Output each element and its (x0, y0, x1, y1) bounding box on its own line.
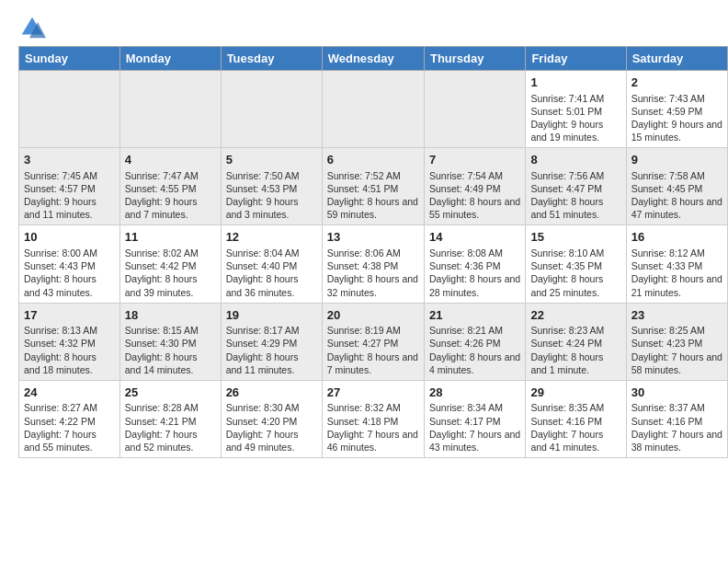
calendar-cell: 10 Sunrise: 8:00 AMSunset: 4:43 PMDaylig… (19, 225, 120, 303)
calendar-cell: 6 Sunrise: 7:52 AMSunset: 4:51 PMDayligh… (322, 148, 424, 225)
calendar-cell: 15 Sunrise: 8:10 AMSunset: 4:35 PMDaylig… (526, 225, 626, 303)
calendar-cell: 29 Sunrise: 8:35 AMSunset: 4:16 PMDaylig… (526, 380, 626, 457)
calendar-cell: 26 Sunrise: 8:30 AMSunset: 4:20 PMDaylig… (221, 380, 322, 457)
day-detail: Sunrise: 8:30 AMSunset: 4:20 PMDaylight:… (226, 402, 300, 453)
calendar-cell: 7 Sunrise: 7:54 AMSunset: 4:49 PMDayligh… (424, 148, 525, 225)
logo-icon (18, 14, 46, 41)
header-day-monday: Monday (119, 47, 221, 71)
day-detail: Sunrise: 8:08 AMSunset: 4:36 PMDaylight:… (429, 247, 520, 298)
day-detail: Sunrise: 8:19 AMSunset: 4:27 PMDaylight:… (327, 325, 418, 375)
calendar-cell: 21 Sunrise: 8:21 AMSunset: 4:26 PMDaylig… (424, 303, 525, 380)
day-number: 21 (429, 307, 520, 324)
header-day-sunday: Sunday (19, 47, 120, 71)
calendar-cell: 5 Sunrise: 7:50 AMSunset: 4:53 PMDayligh… (221, 148, 322, 225)
calendar-cell: 16 Sunrise: 8:12 AMSunset: 4:33 PMDaylig… (626, 225, 727, 303)
day-detail: Sunrise: 8:34 AMSunset: 4:17 PMDaylight:… (429, 402, 520, 453)
calendar-cell: 13 Sunrise: 8:06 AMSunset: 4:38 PMDaylig… (322, 225, 424, 303)
day-detail: Sunrise: 8:28 AMSunset: 4:21 PMDaylight:… (125, 402, 199, 453)
day-detail: Sunrise: 8:17 AMSunset: 4:29 PMDaylight:… (226, 325, 300, 375)
day-number: 3 (24, 152, 115, 168)
calendar-week-5: 24 Sunrise: 8:27 AMSunset: 4:22 PMDaylig… (19, 380, 728, 457)
day-detail: Sunrise: 8:15 AMSunset: 4:30 PMDaylight:… (125, 325, 199, 375)
calendar-cell: 11 Sunrise: 8:02 AMSunset: 4:42 PMDaylig… (119, 225, 221, 303)
calendar-week-1: 1 Sunrise: 7:41 AMSunset: 5:01 PMDayligh… (19, 71, 728, 148)
day-number: 27 (327, 385, 419, 401)
day-detail: Sunrise: 8:06 AMSunset: 4:38 PMDaylight:… (327, 247, 418, 298)
day-detail: Sunrise: 8:32 AMSunset: 4:18 PMDaylight:… (327, 402, 418, 453)
calendar-cell: 2 Sunrise: 7:43 AMSunset: 4:59 PMDayligh… (626, 71, 727, 148)
calendar-cell (322, 71, 424, 148)
calendar-cell: 9 Sunrise: 7:58 AMSunset: 4:45 PMDayligh… (626, 148, 727, 225)
header-row: SundayMondayTuesdayWednesdayThursdayFrid… (19, 47, 728, 71)
day-number: 8 (530, 152, 620, 168)
calendar-week-4: 17 Sunrise: 8:13 AMSunset: 4:32 PMDaylig… (19, 303, 728, 380)
day-number: 15 (530, 229, 620, 246)
header-day-saturday: Saturday (626, 47, 727, 71)
day-detail: Sunrise: 8:27 AMSunset: 4:22 PMDaylight:… (24, 402, 97, 453)
day-number: 22 (530, 307, 620, 324)
header-day-wednesday: Wednesday (322, 47, 424, 71)
day-number: 29 (530, 385, 620, 401)
day-number: 16 (631, 229, 722, 246)
calendar-cell: 1 Sunrise: 7:41 AMSunset: 5:01 PMDayligh… (526, 71, 626, 148)
day-detail: Sunrise: 7:52 AMSunset: 4:51 PMDaylight:… (327, 170, 418, 221)
day-number: 24 (24, 385, 115, 401)
calendar-cell: 24 Sunrise: 8:27 AMSunset: 4:22 PMDaylig… (19, 380, 120, 457)
day-number: 19 (226, 307, 317, 324)
calendar-week-3: 10 Sunrise: 8:00 AMSunset: 4:43 PMDaylig… (19, 225, 728, 303)
day-detail: Sunrise: 7:47 AMSunset: 4:55 PMDaylight:… (125, 170, 199, 221)
day-number: 20 (327, 307, 419, 324)
day-number: 10 (24, 229, 115, 246)
calendar-cell: 28 Sunrise: 8:34 AMSunset: 4:17 PMDaylig… (424, 380, 525, 457)
day-detail: Sunrise: 8:35 AMSunset: 4:16 PMDaylight:… (530, 402, 604, 453)
calendar-cell: 14 Sunrise: 8:08 AMSunset: 4:36 PMDaylig… (424, 225, 525, 303)
day-number: 5 (226, 152, 317, 168)
day-detail: Sunrise: 8:00 AMSunset: 4:43 PMDaylight:… (24, 247, 97, 298)
day-number: 11 (125, 229, 216, 246)
calendar-header: SundayMondayTuesdayWednesdayThursdayFrid… (19, 47, 728, 71)
day-number: 9 (631, 152, 722, 168)
day-number: 1 (530, 75, 620, 91)
day-detail: Sunrise: 8:10 AMSunset: 4:35 PMDaylight:… (530, 247, 604, 298)
day-detail: Sunrise: 8:12 AMSunset: 4:33 PMDaylight:… (631, 247, 722, 298)
calendar-cell: 17 Sunrise: 8:13 AMSunset: 4:32 PMDaylig… (19, 303, 120, 380)
logo (18, 14, 51, 41)
calendar-cell: 4 Sunrise: 7:47 AMSunset: 4:55 PMDayligh… (119, 148, 221, 225)
calendar-body: 1 Sunrise: 7:41 AMSunset: 5:01 PMDayligh… (19, 71, 728, 458)
day-number: 13 (327, 229, 419, 246)
day-number: 28 (429, 385, 520, 401)
day-detail: Sunrise: 8:23 AMSunset: 4:24 PMDaylight:… (530, 325, 604, 375)
day-detail: Sunrise: 7:50 AMSunset: 4:53 PMDaylight:… (226, 170, 300, 221)
day-number: 26 (226, 385, 317, 401)
day-detail: Sunrise: 8:13 AMSunset: 4:32 PMDaylight:… (24, 325, 97, 375)
day-detail: Sunrise: 8:04 AMSunset: 4:40 PMDaylight:… (226, 247, 300, 298)
calendar-wrapper: SundayMondayTuesdayWednesdayThursdayFrid… (0, 46, 728, 463)
day-number: 14 (429, 229, 520, 246)
calendar-cell (19, 71, 120, 148)
calendar-cell: 23 Sunrise: 8:25 AMSunset: 4:23 PMDaylig… (626, 303, 727, 380)
calendar-cell: 19 Sunrise: 8:17 AMSunset: 4:29 PMDaylig… (221, 303, 322, 380)
day-detail: Sunrise: 8:37 AMSunset: 4:16 PMDaylight:… (631, 402, 722, 453)
calendar-cell (424, 71, 525, 148)
calendar-week-2: 3 Sunrise: 7:45 AMSunset: 4:57 PMDayligh… (19, 148, 728, 225)
day-number: 18 (125, 307, 216, 324)
day-number: 17 (24, 307, 115, 324)
calendar-cell: 3 Sunrise: 7:45 AMSunset: 4:57 PMDayligh… (19, 148, 120, 225)
day-detail: Sunrise: 7:45 AMSunset: 4:57 PMDaylight:… (24, 170, 97, 221)
calendar-cell (221, 71, 322, 148)
calendar-cell: 27 Sunrise: 8:32 AMSunset: 4:18 PMDaylig… (322, 380, 424, 457)
day-number: 6 (327, 152, 419, 168)
day-number: 7 (429, 152, 520, 168)
header-day-thursday: Thursday (424, 47, 525, 71)
day-number: 12 (226, 229, 317, 246)
day-detail: Sunrise: 7:58 AMSunset: 4:45 PMDaylight:… (631, 170, 722, 221)
page-header (0, 0, 728, 46)
calendar-table: SundayMondayTuesdayWednesdayThursdayFrid… (18, 46, 728, 458)
day-detail: Sunrise: 7:43 AMSunset: 4:59 PMDaylight:… (631, 93, 722, 144)
day-detail: Sunrise: 7:54 AMSunset: 4:49 PMDaylight:… (429, 170, 520, 221)
day-number: 4 (125, 152, 216, 168)
calendar-cell: 25 Sunrise: 8:28 AMSunset: 4:21 PMDaylig… (119, 380, 221, 457)
day-detail: Sunrise: 8:25 AMSunset: 4:23 PMDaylight:… (631, 325, 722, 375)
day-number: 30 (631, 385, 722, 401)
calendar-cell: 18 Sunrise: 8:15 AMSunset: 4:30 PMDaylig… (119, 303, 221, 380)
